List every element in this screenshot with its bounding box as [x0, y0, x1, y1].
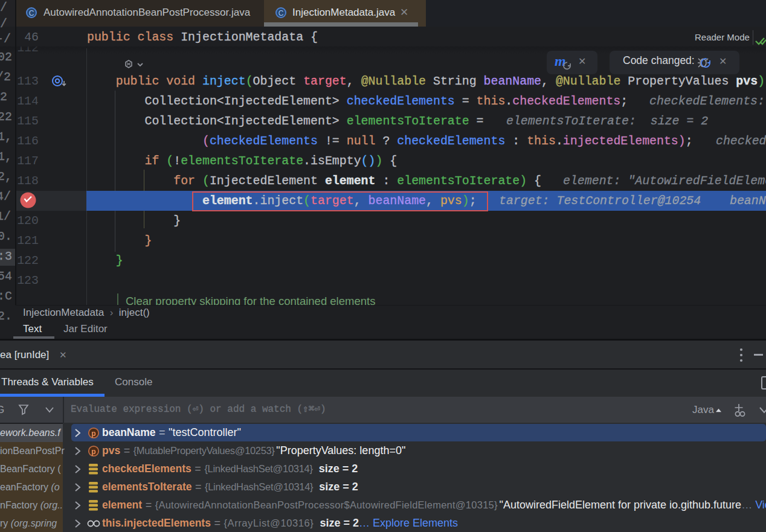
- svg-text:p: p: [91, 429, 95, 438]
- svg-text:C: C: [29, 9, 34, 18]
- svg-text:p: p: [91, 447, 95, 456]
- svg-text:C: C: [278, 9, 284, 18]
